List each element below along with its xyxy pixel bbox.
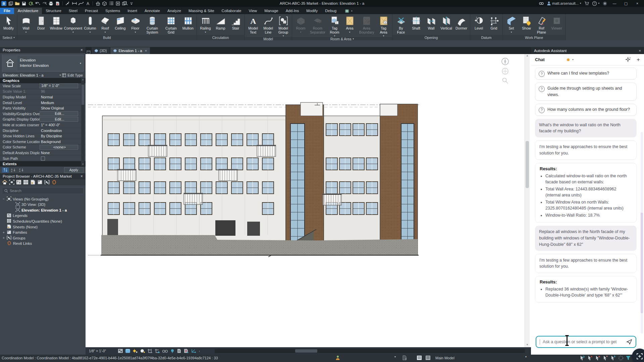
type-selector[interactable]: ElevationInterior Elevation ▾: [2, 55, 84, 72]
spline-icon[interactable]: [78, 1, 84, 6]
crop-region-icon[interactable]: [155, 349, 160, 353]
ribbon-button-window[interactable]: Window: [49, 15, 64, 31]
tab-annotate[interactable]: Annotate: [141, 8, 164, 14]
panel-label-circulation[interactable]: Circulation: [197, 35, 244, 40]
close-doc-icon[interactable]: [55, 1, 60, 6]
panel-label-select[interactable]: Select▾: [0, 35, 17, 40]
notification-icon[interactable]: [603, 1, 607, 6]
file-tabs-icon[interactable]: [8, 1, 13, 6]
tab-debug[interactable]: Debug: [321, 8, 340, 14]
chat-scrollbar[interactable]: [641, 132, 643, 333]
close-tab-icon[interactable]: ×: [145, 49, 147, 53]
ribbon-button-show[interactable]: Show: [519, 15, 534, 31]
tab-chat[interactable]: Chat: [535, 57, 545, 62]
ribbon-button-tag-area[interactable]: 1Tag Area▾: [376, 15, 391, 37]
view-scale-button[interactable]: 1/8" = 1'-0": [86, 349, 118, 353]
view-3d-icon[interactable]: [102, 1, 107, 6]
ribbon-button-stair[interactable]: Stair: [228, 15, 243, 31]
zoom-icon[interactable]: [501, 77, 509, 84]
ribbon-button-floor[interactable]: Floor▾: [128, 15, 143, 33]
measure-icon[interactable]: [65, 1, 70, 6]
ribbon-button-ceiling[interactable]: Ceiling: [113, 15, 128, 31]
apply-button[interactable]: Apply: [64, 167, 84, 173]
panel-label-opening[interactable]: Opening: [392, 35, 470, 40]
ribbon-button-set[interactable]: Set▾: [504, 15, 519, 33]
project-browser-close-icon[interactable]: ×: [80, 174, 83, 179]
ribbon-button-dormer[interactable]: Dormer: [454, 15, 469, 31]
tab-analyze[interactable]: Analyze: [164, 8, 185, 14]
chat-input-box[interactable]: [536, 336, 636, 348]
ribbon-button-ref-plane[interactable]: Ref Plane: [534, 15, 549, 34]
ribbon-button-area[interactable]: Area▾: [342, 15, 357, 33]
revit-logo-icon[interactable]: R: [1, 1, 7, 6]
edit-type-button[interactable]: Edit Type: [67, 73, 83, 77]
cart-icon[interactable]: [584, 1, 589, 5]
ribbon-button-component[interactable]: Component▾: [64, 15, 83, 33]
legends-icon[interactable]: [16, 180, 21, 185]
select-pinned-toggle[interactable]: [595, 355, 601, 361]
ribbon-button-tag-room[interactable]: 1Tag Room▾: [327, 15, 342, 37]
sort-az-icon[interactable]: AZ: [10, 168, 17, 173]
workset-doc2-icon[interactable]: [425, 355, 431, 360]
prompt-card[interactable]: ?How many columns are on the ground floo…: [535, 104, 637, 116]
ribbon-button-mullion[interactable]: Mullion: [180, 15, 196, 31]
dimension-icon[interactable]: [71, 1, 77, 6]
list-icon[interactable]: [108, 1, 114, 6]
instance-caret-icon[interactable]: ▾: [60, 74, 61, 77]
panel-label-build[interactable]: Build: [17, 35, 197, 40]
panel-label-work-plane[interactable]: Work Plane: [503, 35, 565, 40]
tree-item-elevation-elevation-1-a[interactable]: Elevation: Elevation 1 - a: [0, 208, 86, 213]
assistant-close-icon[interactable]: ×: [639, 49, 641, 53]
selection-ring-icon[interactable]: [618, 355, 624, 361]
family-icon[interactable]: [37, 180, 43, 185]
tab-massing-site[interactable]: Massing & Site: [185, 8, 218, 14]
select-by-face-toggle[interactable]: [603, 355, 608, 361]
tree-item-legends[interactable]: Legends: [0, 213, 86, 219]
workset-list-caret-icon[interactable]: ▾: [525, 355, 527, 358]
properties-close-icon[interactable]: ×: [80, 48, 83, 52]
view-tab-elevation-1-a[interactable]: Elevation 1 - a×: [110, 47, 150, 54]
horizontal-scrollbar[interactable]: [215, 349, 525, 353]
prompt-card[interactable]: ?Guide me through setting up sheets and …: [535, 83, 637, 101]
ribbon-button-column[interactable]: Column▾: [83, 15, 98, 33]
frame-icon[interactable]: [9, 180, 14, 185]
close-button[interactable]: ×: [633, 1, 641, 5]
ribbon-button-model-group[interactable]: Model Group▾: [276, 15, 291, 37]
new-chat-icon[interactable]: +: [637, 57, 640, 62]
view-list-icon[interactable]: [86, 50, 92, 54]
text-icon[interactable]: A: [85, 1, 91, 6]
panel-label-datum[interactable]: Datum: [470, 35, 502, 40]
tab-structure[interactable]: Structure: [42, 8, 65, 14]
help-menu[interactable]: ? ▾: [592, 1, 599, 6]
minimize-button[interactable]: —: [610, 1, 619, 5]
tree-item-sheets-none[interactable]: Sheets (None): [0, 224, 86, 230]
ribbon-button-shaft[interactable]: Shaft: [409, 15, 424, 31]
sort-za-icon[interactable]: ZA: [18, 168, 25, 173]
project-browser-header[interactable]: Project Browser - ARCH-ABC-35 Market ×: [0, 173, 86, 179]
editable-only-icon[interactable]: 0: [402, 355, 407, 360]
sync-icon[interactable]: ▾: [28, 1, 34, 6]
drag-on-selection-toggle[interactable]: [610, 355, 616, 361]
pan-icon[interactable]: [501, 67, 509, 75]
worksharing-user-icon[interactable]: [335, 355, 340, 360]
type-selector-caret-icon[interactable]: ▾: [80, 62, 83, 65]
tab-view[interactable]: View: [245, 8, 261, 14]
sheet-icon[interactable]: [30, 180, 36, 185]
tab-architecture[interactable]: Architecture: [14, 8, 42, 14]
ribbon-button-level[interactable]: .1Level: [471, 15, 486, 31]
tab-modify[interactable]: Modify: [303, 8, 321, 14]
search-toggle-icon[interactable]: [539, 2, 544, 5]
account-menu[interactable]: matt.arsenault...▾: [547, 1, 581, 5]
tree-item-schedules-quantities-none[interactable]: Schedules/Quantities (None): [0, 219, 86, 224]
filter-icon[interactable]: [626, 355, 631, 361]
tree-item-views-no-grouping[interactable]: −Views (No Grouping): [0, 196, 86, 202]
ribbon-button-door[interactable]: Door: [34, 15, 49, 31]
drawing-area[interactable]: ▲▼: [86, 54, 531, 347]
ribbon-button-railing[interactable]: Railing▾: [198, 15, 213, 33]
sort-default-icon[interactable]: [2, 168, 9, 173]
ribbon-button-ramp[interactable]: Ramp: [213, 15, 228, 31]
switch-windows-icon[interactable]: ▾: [122, 1, 127, 6]
properties-header[interactable]: Properties ×: [0, 47, 86, 53]
workset-doc-icon[interactable]: [417, 355, 422, 360]
ribbon-button-roof[interactable]: Roof▾: [98, 15, 113, 33]
